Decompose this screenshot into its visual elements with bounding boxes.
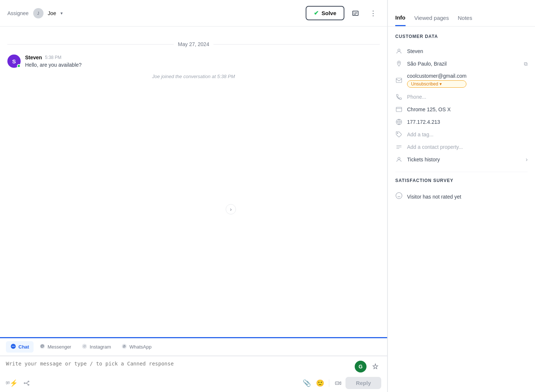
tab-messenger[interactable]: Messenger bbox=[35, 341, 76, 353]
avatar: J bbox=[33, 8, 44, 18]
reply-button[interactable]: Reply bbox=[345, 377, 381, 389]
customer-phone-row: Phone... bbox=[395, 91, 528, 103]
email-icon bbox=[395, 77, 403, 84]
grammarly-button[interactable]: G bbox=[355, 361, 366, 372]
message-text: Hello, are you available? bbox=[25, 62, 81, 68]
svg-point-20 bbox=[398, 157, 400, 160]
online-indicator bbox=[17, 64, 21, 68]
check-icon: ✔ bbox=[314, 10, 319, 17]
tab-viewed-pages[interactable]: Viewed pages bbox=[414, 15, 449, 26]
right-content: CUSTOMER DATA Steven São Paulo, Brazil ⧉… bbox=[388, 27, 535, 392]
svg-point-15 bbox=[398, 49, 400, 51]
sidebar-toggle-button[interactable]: › bbox=[226, 204, 236, 214]
customer-name-row: Steven bbox=[395, 45, 528, 57]
customer-location: São Paulo, Brazil bbox=[407, 61, 520, 67]
chevron-right-icon: › bbox=[526, 156, 528, 163]
channel-tabs: Chat Messenger Instagram WhatsApp bbox=[0, 338, 387, 356]
ip-icon bbox=[395, 119, 403, 125]
chat-icon bbox=[10, 343, 16, 350]
divider-line-right bbox=[213, 44, 380, 45]
tag-icon bbox=[395, 131, 403, 138]
tab-chat[interactable]: Chat bbox=[6, 341, 34, 353]
browser-icon bbox=[395, 106, 403, 113]
assignee-name: Joe bbox=[48, 10, 56, 16]
customer-ip: 177.172.4.213 bbox=[407, 119, 528, 125]
date-divider: May 27, 2024 bbox=[7, 41, 380, 47]
left-panel: Assignee J Joe ▾ ✔ Solve ⋮ › May 27, 202… bbox=[0, 0, 388, 392]
customer-name: Steven bbox=[407, 48, 528, 54]
customer-email-row: coolcustomer@gmail.com Unsubscribed ▾ bbox=[395, 70, 528, 91]
svg-point-2 bbox=[13, 346, 14, 347]
tickets-history-row[interactable]: Tickets history › bbox=[395, 153, 528, 166]
solve-button[interactable]: ✔ Solve bbox=[306, 6, 344, 20]
message-row: S Steven 5:38 PM Hello, are you availabl… bbox=[7, 55, 380, 68]
workflow-button[interactable] bbox=[21, 377, 32, 389]
svg-rect-17 bbox=[396, 107, 402, 112]
toolbar-left: ⚡ bbox=[6, 377, 32, 389]
svg-point-21 bbox=[396, 193, 402, 199]
assignee-label: Assignee bbox=[7, 10, 29, 16]
chat-main: › May 27, 2024 S Steven 5:38 PM Hello bbox=[0, 27, 387, 392]
message-input-row: G bbox=[6, 361, 381, 372]
quick-replies-button[interactable]: ⚡ bbox=[6, 377, 18, 389]
ai-assist-button[interactable] bbox=[369, 361, 381, 372]
system-message: Joe joined the conversation at 5:38 PM bbox=[7, 74, 380, 79]
whatsapp-icon bbox=[121, 343, 127, 350]
bottom-toolbar: ⚡ 📎 🙂 Reply bbox=[0, 374, 387, 392]
svg-point-3 bbox=[14, 346, 15, 347]
messenger-icon bbox=[39, 343, 45, 350]
customer-data-title: CUSTOMER DATA bbox=[395, 34, 528, 39]
tickets-history-text: Tickets history bbox=[407, 157, 521, 162]
contact-property-row: Add a contact property... bbox=[395, 141, 528, 153]
customer-location-row: São Paulo, Brazil ⧉ bbox=[395, 57, 528, 70]
svg-point-5 bbox=[82, 344, 87, 349]
svg-point-11 bbox=[28, 384, 29, 385]
customer-browser: Chrome 125, OS X bbox=[407, 106, 528, 112]
message-time: 5:38 PM bbox=[45, 55, 62, 60]
message-input-area: G bbox=[0, 356, 387, 374]
chevron-down-icon[interactable]: ▾ bbox=[60, 11, 63, 16]
sender-avatar: S bbox=[7, 55, 21, 68]
message-content: Steven 5:38 PM Hello, are you available? bbox=[25, 55, 81, 68]
right-panel: Info Viewed pages Notes CUSTOMER DATA St… bbox=[388, 0, 535, 392]
satisfaction-row: Visitor has not rated yet bbox=[395, 189, 528, 204]
customer-ip-row: 177.172.4.213 bbox=[395, 116, 528, 128]
contact-icon-button[interactable] bbox=[349, 7, 362, 20]
customer-phone[interactable]: Phone... bbox=[407, 94, 528, 100]
chat-area: May 27, 2024 S Steven 5:38 PM Hello, are… bbox=[0, 27, 387, 337]
divider-line-left bbox=[7, 44, 174, 45]
svg-point-9 bbox=[24, 382, 25, 384]
svg-point-19 bbox=[397, 133, 398, 133]
location-icon bbox=[395, 60, 403, 67]
tab-whatsapp[interactable]: WhatsApp bbox=[117, 341, 156, 353]
emoji-button[interactable]: 🙂 bbox=[314, 377, 326, 389]
satisfaction-text: Visitor has not rated yet bbox=[407, 194, 461, 200]
tab-instagram[interactable]: Instagram bbox=[77, 341, 115, 353]
customer-tag-row: Add a tag... bbox=[395, 128, 528, 141]
tab-info[interactable]: Info bbox=[395, 14, 406, 26]
svg-point-10 bbox=[28, 381, 29, 382]
add-tag-placeholder[interactable]: Add a tag... bbox=[407, 132, 528, 137]
header: Assignee J Joe ▾ ✔ Solve ⋮ bbox=[0, 0, 387, 27]
external-link-icon[interactable]: ⧉ bbox=[524, 61, 528, 67]
instagram-icon bbox=[81, 343, 87, 350]
chevron-down-icon: ▾ bbox=[440, 81, 442, 87]
customer-browser-row: Chrome 125, OS X bbox=[395, 103, 528, 116]
email-content: coolcustomer@gmail.com Unsubscribed ▾ bbox=[407, 73, 466, 88]
contact-property-icon bbox=[395, 144, 403, 150]
video-button[interactable] bbox=[332, 377, 344, 389]
svg-point-7 bbox=[85, 345, 86, 346]
date-divider-text: May 27, 2024 bbox=[178, 41, 209, 47]
satisfaction-icon bbox=[395, 192, 403, 201]
attach-button[interactable]: 📎 bbox=[301, 377, 313, 389]
svg-rect-16 bbox=[396, 78, 402, 83]
right-tabs: Info Viewed pages Notes bbox=[388, 0, 535, 27]
message-input[interactable] bbox=[6, 361, 352, 372]
add-contact-property-placeholder[interactable]: Add a contact property... bbox=[407, 144, 528, 150]
satisfaction-title: SATISFACTION SURVEY bbox=[395, 178, 528, 183]
tab-notes[interactable]: Notes bbox=[458, 15, 472, 26]
more-options-button[interactable]: ⋮ bbox=[366, 7, 380, 20]
tickets-icon bbox=[395, 156, 403, 163]
unsubscribed-badge[interactable]: Unsubscribed ▾ bbox=[407, 80, 466, 88]
message-sender: Steven bbox=[25, 55, 42, 60]
